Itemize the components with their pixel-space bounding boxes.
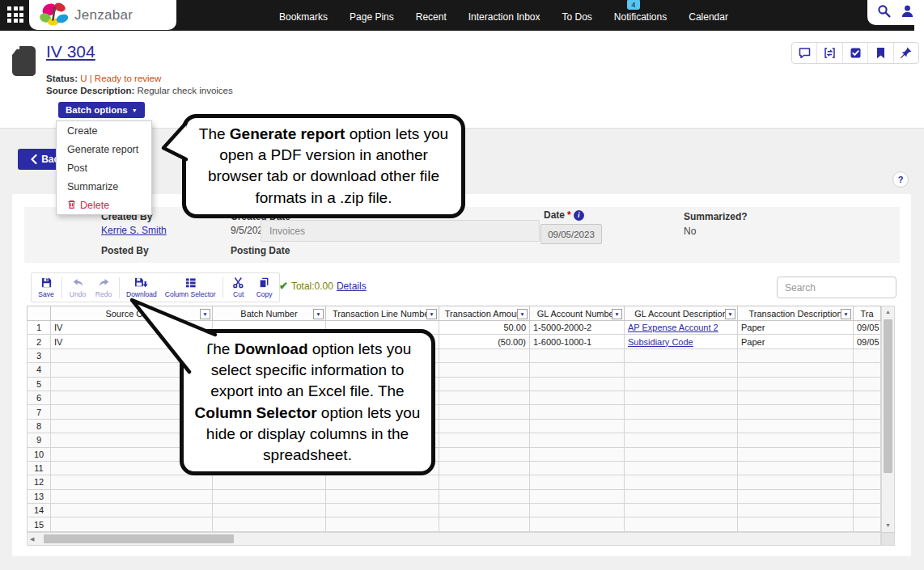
tasks-icon[interactable]	[842, 43, 867, 63]
table-cell[interactable]	[625, 378, 738, 391]
user-profile-icon[interactable]	[901, 4, 914, 21]
table-cell[interactable]	[738, 420, 854, 433]
table-cell[interactable]	[625, 504, 738, 517]
table-cell[interactable]	[738, 405, 854, 419]
table-cell[interactable]: 09/05	[854, 335, 881, 348]
row-number-cell[interactable]: 8	[27, 420, 51, 433]
table-cell[interactable]	[530, 433, 625, 447]
row-number-cell[interactable]: 15	[27, 517, 51, 531]
cut-button[interactable]: Cut	[226, 275, 252, 300]
nav-to-dos[interactable]: To Dos	[562, 8, 592, 23]
table-cell[interactable]	[854, 475, 881, 489]
table-cell[interactable]: Subsidiary Code	[625, 335, 738, 348]
comment-icon[interactable]	[792, 43, 816, 63]
table-cell[interactable]	[326, 517, 439, 531]
gl-account-link[interactable]: Subsidiary Code	[628, 337, 693, 347]
table-cell[interactable]	[625, 420, 738, 433]
table-cell[interactable]	[625, 462, 738, 475]
row-number-cell[interactable]: 5	[27, 378, 51, 391]
nav-bookmarks[interactable]: Bookmarks	[279, 8, 328, 23]
table-cell[interactable]	[439, 475, 530, 489]
table-cell[interactable]	[439, 433, 530, 447]
table-cell[interactable]	[530, 405, 625, 419]
table-cell[interactable]	[530, 462, 625, 475]
row-number-cell[interactable]: 11	[27, 462, 51, 475]
column-header[interactable]: Tra	[854, 306, 881, 321]
table-cell[interactable]	[854, 420, 881, 433]
table-cell[interactable]	[213, 517, 326, 531]
table-cell[interactable]	[51, 504, 213, 517]
table-cell[interactable]	[51, 475, 213, 489]
table-cell[interactable]	[738, 433, 854, 447]
pin-icon[interactable]	[893, 43, 918, 63]
undo-button[interactable]: Undo	[65, 275, 91, 300]
filter-icon[interactable]	[612, 309, 622, 319]
table-cell[interactable]	[738, 349, 854, 363]
table-cell[interactable]	[738, 391, 854, 405]
menu-item-summarize[interactable]: Summarize	[57, 177, 151, 196]
table-cell[interactable]	[625, 448, 738, 462]
table-cell[interactable]	[738, 363, 854, 377]
brand-logo-tab[interactable]: Jenzabar	[29, 0, 176, 30]
table-cell[interactable]	[854, 363, 881, 377]
table-cell[interactable]	[738, 517, 854, 531]
table-cell[interactable]	[530, 378, 625, 391]
table-cell[interactable]	[625, 490, 738, 504]
filter-icon[interactable]	[517, 309, 528, 319]
vertical-scrollbar-thumb[interactable]	[884, 319, 892, 473]
search-icon[interactable]	[877, 4, 891, 21]
table-cell[interactable]	[51, 517, 213, 531]
table-cell[interactable]	[625, 363, 738, 377]
grid-search-input[interactable]	[777, 277, 896, 298]
row-number-cell[interactable]: 9	[27, 433, 51, 447]
table-cell[interactable]	[439, 462, 530, 475]
table-cell[interactable]	[439, 405, 530, 419]
table-cell[interactable]	[625, 517, 738, 531]
download-button[interactable]: Download	[122, 275, 161, 300]
table-cell[interactable]	[530, 475, 625, 489]
redo-button[interactable]: Redo	[91, 275, 117, 300]
table-cell[interactable]	[530, 517, 625, 531]
nav-interaction-inbox[interactable]: Interaction Inbox	[468, 8, 540, 23]
created-by-link[interactable]: Kerrie S. Smith	[101, 225, 167, 236]
table-cell[interactable]: 1-5000-2000-2	[530, 321, 625, 335]
table-cell[interactable]	[854, 462, 881, 475]
row-number-cell[interactable]: 2	[27, 335, 51, 348]
row-number-cell[interactable]: 4	[27, 363, 51, 377]
column-header[interactable]: Transaction Line Number	[326, 306, 439, 321]
table-cell[interactable]	[530, 391, 625, 405]
table-cell[interactable]	[854, 378, 881, 391]
table-cell[interactable]	[738, 462, 854, 475]
table-cell[interactable]	[854, 504, 881, 517]
description-field[interactable]	[261, 220, 540, 242]
table-cell[interactable]	[439, 363, 530, 377]
table-cell[interactable]	[326, 490, 439, 504]
table-cell[interactable]	[326, 475, 439, 489]
date-field[interactable]	[540, 224, 602, 244]
column-header[interactable]: GL Account Number	[530, 306, 625, 321]
table-cell[interactable]	[530, 363, 625, 377]
copy-button[interactable]: Copy	[252, 275, 278, 300]
save-button[interactable]: Save	[33, 275, 59, 300]
table-cell[interactable]	[439, 517, 530, 531]
nav-calendar[interactable]: Calendar	[689, 8, 728, 23]
row-number-cell[interactable]: 3	[27, 349, 51, 363]
table-cell[interactable]	[854, 448, 881, 462]
table-cell[interactable]	[439, 448, 530, 462]
batch-options-button[interactable]: Batch options▼	[58, 102, 145, 118]
scroll-left-icon[interactable]: ◀	[30, 536, 34, 543]
table-cell[interactable]	[854, 391, 881, 405]
row-number-cell[interactable]: 1	[27, 321, 51, 335]
row-number-cell[interactable]: 13	[27, 490, 51, 504]
row-number-cell[interactable]: 12	[27, 475, 51, 489]
table-cell[interactable]	[738, 448, 854, 462]
table-cell[interactable]	[213, 475, 326, 489]
table-cell[interactable]	[213, 504, 326, 517]
gl-account-link[interactable]: AP Expense Account 2	[628, 323, 718, 332]
horizontal-scrollbar[interactable]: ◀	[27, 532, 881, 546]
table-cell[interactable]	[738, 378, 854, 391]
row-number-cell[interactable]: 6	[27, 391, 51, 405]
table-cell[interactable]	[738, 504, 854, 517]
table-cell[interactable]: 50.00	[439, 321, 530, 335]
column-header[interactable]: Transaction Description	[738, 306, 854, 321]
